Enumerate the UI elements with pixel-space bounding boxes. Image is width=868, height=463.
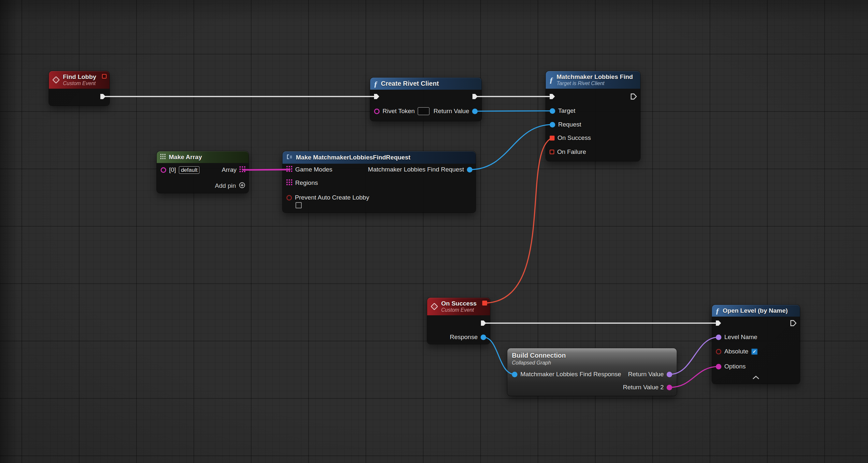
array-pin[interactable] (240, 166, 245, 173)
pin-label: Rivet Token (382, 108, 415, 115)
wire-findrequest-request[interactable] (470, 124, 553, 170)
node-title: Create Rivet Client (381, 80, 439, 87)
string-pin[interactable] (666, 385, 672, 390)
node-title: Find Lobby (63, 74, 96, 81)
array-pin[interactable] (286, 179, 292, 186)
pin-row-element0: [0] default (161, 166, 199, 174)
pin-label: Options (724, 363, 745, 370)
exec-out-pin[interactable] (479, 319, 488, 327)
object-pin[interactable] (480, 335, 486, 340)
pin-label: Level Name (724, 334, 757, 341)
node-make-matchmakerlobbiesfindrequest[interactable]: Make MatchmakerLobbiesFindRequest Game M… (282, 151, 476, 212)
node-subtitle: Target is Rivet Client (557, 81, 633, 86)
string-pin[interactable] (716, 364, 721, 369)
exec-out-pin[interactable] (471, 93, 479, 100)
canvas-vignette (0, 0, 868, 463)
name-pin[interactable] (666, 372, 672, 377)
pin-row-array-out: Array (222, 166, 245, 174)
pin-row-find-request-out: Matchmaker Lobbies Find Request (368, 165, 472, 174)
pin-label: On Failure (557, 148, 586, 155)
prevent-checkbox[interactable] (296, 202, 302, 208)
node-on-success-event[interactable]: On Success Custom Event Response (427, 298, 490, 344)
array-pin[interactable] (286, 166, 292, 173)
exec-in-pin[interactable] (548, 93, 556, 100)
struct-pin[interactable] (467, 167, 472, 172)
node-title: Build Connection (512, 351, 672, 359)
custom-event-icon (431, 303, 438, 310)
node-header[interactable]: Find Lobby Custom Event (49, 71, 110, 89)
array-icon (160, 154, 165, 161)
node-create-rivet-client[interactable]: Create Rivet Client Rivet Token Return V… (370, 78, 482, 121)
pin-row-response-in: Matchmaker Lobbies Find Response (512, 370, 621, 379)
element0-field[interactable]: default (179, 166, 199, 174)
array-element-pin[interactable] (161, 167, 166, 173)
node-header[interactable]: Open Level (by Name) (712, 305, 800, 317)
object-pin[interactable] (550, 108, 555, 114)
pin-row-return-value: Return Value (434, 107, 478, 115)
wire-returnvalue2-options[interactable] (670, 367, 719, 387)
node-header[interactable]: On Success Custom Event (427, 298, 490, 315)
exec-out-pin[interactable] (630, 93, 638, 100)
object-pin[interactable] (512, 372, 518, 377)
delegate-output-pin[interactable] (482, 300, 487, 306)
node-make-array[interactable]: Make Array [0] default Array Add pin (157, 151, 249, 193)
collapse-chevron-icon[interactable] (752, 375, 760, 381)
node-title: On Success (441, 300, 477, 307)
pin-label: Return Value (628, 371, 664, 378)
exec-in-pin[interactable] (373, 93, 380, 100)
node-header[interactable]: Matchmaker Lobbies Find Target is Rivet … (546, 71, 640, 89)
pin-row-response: Response (450, 333, 486, 341)
wire-returnvalue-levelname[interactable] (670, 337, 719, 374)
pin-row-return-value: Return Value (628, 370, 673, 379)
node-header[interactable]: Make Array (157, 151, 249, 163)
bool-pin[interactable] (716, 349, 721, 354)
exec-in-pin[interactable] (715, 319, 722, 327)
name-pin[interactable] (716, 335, 721, 340)
object-pin[interactable] (472, 109, 478, 114)
exec-out-pin[interactable] (99, 93, 107, 100)
pin-label: Response (450, 334, 478, 341)
pin-row-game-modes: Game Modes (286, 165, 332, 174)
pin-row-return-value-2: Return Value 2 (623, 383, 672, 392)
delegate-output-pin[interactable] (102, 74, 106, 79)
node-title: Matchmaker Lobbies Find (557, 74, 633, 81)
string-pin[interactable] (374, 109, 380, 114)
add-pin-icon[interactable] (239, 182, 245, 190)
make-struct-icon (286, 153, 292, 162)
bool-pin[interactable] (286, 195, 292, 201)
pin-label: Return Value 2 (623, 384, 664, 391)
node-open-level[interactable]: Open Level (by Name) Level Name Absolute… (712, 305, 800, 384)
pin-label: Return Value (434, 108, 469, 115)
wire-delegate-onsuccess[interactable] (488, 138, 551, 303)
pin-label: Prevent Auto Create Lobby (295, 194, 369, 201)
pin-label: Regions (295, 179, 318, 186)
node-subtitle: Custom Event (441, 307, 477, 313)
delegate-pin[interactable] (550, 150, 554, 154)
pin-label: On Success (557, 134, 591, 142)
add-pin-button[interactable]: Add pin (215, 182, 245, 190)
delegate-pin[interactable] (550, 136, 555, 141)
node-subtitle: Custom Event (63, 81, 96, 86)
pin-row-request: Request (550, 120, 581, 129)
node-matchmaker-lobbies-find[interactable]: Matchmaker Lobbies Find Target is Rivet … (546, 71, 640, 161)
rivet-token-field[interactable] (418, 107, 429, 115)
node-header[interactable]: Build Connection Collapsed Graph (507, 348, 677, 366)
pin-row-absolute: Absolute (716, 347, 757, 356)
node-header[interactable]: Make MatchmakerLobbiesFindRequest (282, 151, 476, 164)
object-pin[interactable] (550, 122, 555, 127)
blueprint-canvas[interactable]: { "canvas": {"width": 2664, "height": 14… (0, 0, 868, 463)
node-header[interactable]: Create Rivet Client (370, 78, 482, 90)
node-subtitle: Collapsed Graph (512, 359, 672, 366)
node-find-lobby[interactable]: Find Lobby Custom Event (49, 71, 110, 106)
exec-out-pin[interactable] (789, 319, 797, 327)
pin-label: Matchmaker Lobbies Find Response (520, 371, 621, 378)
pin-row-on-failure: On Failure (550, 148, 586, 156)
function-icon (374, 81, 378, 87)
wire-layer (0, 0, 868, 463)
node-build-connection[interactable]: Build Connection Collapsed Graph Matchma… (507, 348, 677, 396)
wire-returnvalue-target[interactable] (474, 111, 553, 111)
absolute-checkbox[interactable] (751, 349, 757, 355)
pin-label: Absolute (724, 348, 748, 355)
add-pin-label: Add pin (215, 182, 236, 190)
pin-label: [0] (169, 166, 176, 173)
